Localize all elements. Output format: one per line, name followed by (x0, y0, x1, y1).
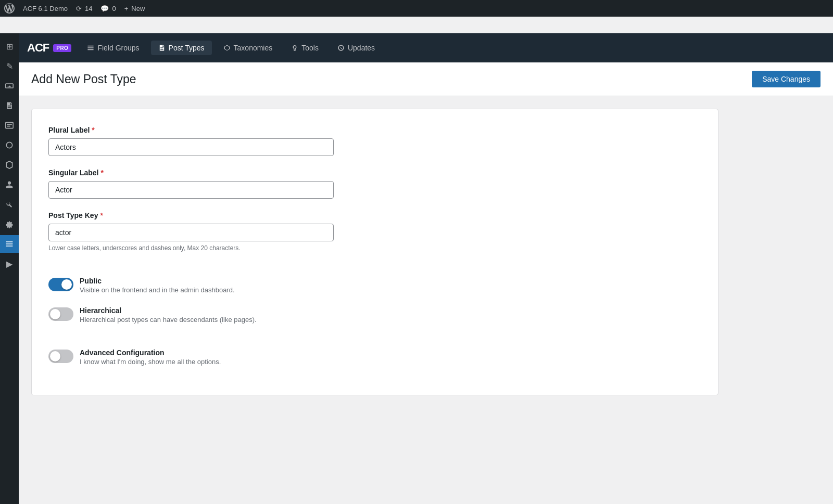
advanced-config-toggle-label: Advanced Configuration (80, 348, 221, 357)
new-item[interactable]: + New (124, 5, 145, 12)
post-type-key-group: Post Type Key * Lower case letters, unde… (48, 211, 701, 252)
public-toggle-label: Public (80, 277, 235, 285)
dashboard-icon[interactable]: ⊞ (0, 37, 19, 55)
singular-label-required: * (100, 169, 103, 177)
plugins-icon[interactable] (0, 156, 19, 174)
hierarchical-toggle[interactable] (48, 307, 73, 321)
media-video-icon[interactable]: ▶ (0, 255, 19, 273)
public-toggle-row: Public Visible on the frontend and in th… (48, 277, 701, 294)
plural-label-input[interactable] (48, 138, 334, 156)
appearance-icon[interactable] (0, 136, 19, 154)
site-name-item[interactable]: ACF 6.1 Demo (23, 5, 68, 12)
pages-icon[interactable] (0, 97, 19, 114)
hierarchical-toggle-label: Hierarchical (80, 306, 257, 315)
form-card: Plural Label * Singular Label * (31, 109, 718, 395)
hierarchical-toggle-labels: Hierarchical Hierarchical post types can… (80, 306, 257, 324)
hierarchical-toggle-row: Hierarchical Hierarchical post types can… (48, 306, 701, 324)
post-type-key-hint: Lower case letters, underscores and dash… (48, 244, 701, 252)
acf-logo: ACF PRO (27, 41, 71, 55)
comments-sidebar-icon[interactable] (0, 117, 19, 134)
wp-sidebar: ⊞ ✎ ▶ (0, 33, 19, 504)
main-wrapper: ACF PRO Field Groups Post Types Taxonomi… (19, 33, 833, 504)
singular-label-input[interactable] (48, 181, 334, 199)
public-toggle[interactable] (48, 278, 73, 291)
save-changes-button[interactable]: Save Changes (752, 71, 821, 87)
post-type-key-label: Post Type Key * (48, 211, 701, 219)
updates-item[interactable]: ⟳ 14 (76, 5, 92, 12)
tab-taxonomies[interactable]: Taxonomies (216, 41, 280, 55)
post-type-key-required: * (100, 211, 103, 219)
wp-logo-item[interactable] (4, 3, 15, 14)
users-icon[interactable] (0, 176, 19, 193)
advanced-config-toggle[interactable] (48, 350, 73, 363)
public-toggle-desc: Visible on the frontend and in the admin… (80, 286, 235, 294)
tab-field-groups[interactable]: Field Groups (80, 41, 146, 55)
page-header: Add New Post Type Save Changes (19, 62, 833, 96)
tab-updates[interactable]: Updates (330, 41, 382, 55)
plural-label-required: * (92, 126, 94, 134)
advanced-config-toggle-labels: Advanced Configuration I know what I'm d… (80, 348, 221, 366)
posts-icon[interactable]: ✎ (0, 57, 19, 75)
post-type-key-input[interactable] (48, 224, 334, 241)
singular-label-group: Singular Label * (48, 169, 701, 199)
comments-item[interactable]: 💬 0 (100, 5, 116, 12)
settings-icon[interactable] (0, 215, 19, 233)
advanced-config-toggle-row: Advanced Configuration I know what I'm d… (48, 348, 701, 366)
media-icon[interactable] (0, 77, 19, 95)
plural-label-group: Plural Label * (48, 126, 701, 156)
acf-logo-text: ACF (27, 41, 49, 55)
tab-post-types[interactable]: Post Types (151, 41, 212, 55)
acf-nav: ACF PRO Field Groups Post Types Taxonomi… (19, 33, 833, 62)
advanced-config-toggle-desc: I know what I'm doing, show me all the o… (80, 358, 221, 366)
content-area: Plural Label * Singular Label * (19, 96, 833, 504)
hierarchical-toggle-desc: Hierarchical post types can have descend… (80, 316, 257, 324)
plural-label-label: Plural Label * (48, 126, 701, 134)
tab-tools[interactable]: Tools (284, 41, 326, 55)
acf-sidebar-icon[interactable] (0, 235, 19, 253)
page-title: Add New Post Type (31, 72, 136, 86)
admin-bar: ACF 6.1 Demo ⟳ 14 💬 0 + New (0, 0, 833, 17)
singular-label-label: Singular Label * (48, 169, 701, 177)
public-toggle-labels: Public Visible on the frontend and in th… (80, 277, 235, 294)
acf-pro-badge: PRO (53, 44, 71, 52)
tools-icon[interactable] (0, 196, 19, 213)
